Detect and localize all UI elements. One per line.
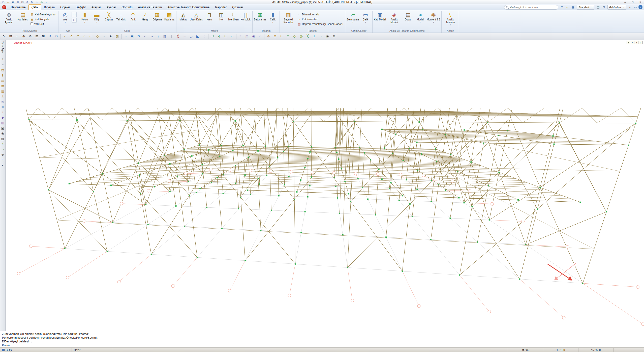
fillet-tool[interactable]: ◡ (188, 33, 194, 39)
close-button[interactable]: × (636, 0, 644, 4)
view-button-v[interactable]: V (639, 41, 642, 44)
display-settings-tool[interactable]: ⊛ (331, 33, 337, 39)
scale-tool[interactable]: ↘ (148, 33, 155, 39)
cizim-betonarme-button[interactable]: ▱Betonarme (346, 11, 359, 29)
kat-kuvvetleri-button[interactable]: →Kat Kuvvetleri (297, 17, 344, 21)
view-button-n[interactable]: N (631, 41, 634, 44)
pan-tool[interactable]: + (14, 33, 20, 39)
makas-button[interactable]: ◭Makas (177, 11, 189, 29)
view-button-y[interactable]: Y (627, 41, 630, 44)
ribbon-minimize-button[interactable]: ▴ (627, 5, 632, 10)
visibility-tool[interactable]: ◉ (324, 33, 331, 39)
view-button-i[interactable]: I (635, 41, 638, 44)
viewport[interactable]: Analiz Modeli YNIV (6, 40, 644, 331)
select-tool[interactable]: ↖ (1, 33, 7, 39)
minimize-button[interactable]: – (621, 0, 629, 4)
layers-tool[interactable]: ≡ (237, 33, 244, 39)
modal-button[interactable]: ≈Modal (414, 11, 426, 29)
zoom-window-tool[interactable]: ⊞ (34, 33, 40, 39)
group-tool[interactable]: ◉ (250, 33, 257, 39)
material-tool[interactable]: ◆ (0, 115, 5, 120)
search-input[interactable] (510, 6, 556, 9)
tasarim-celik-button[interactable]: ▮Çelik (267, 11, 279, 29)
measure-tool[interactable]: ∡ (216, 33, 222, 39)
layer-tool[interactable]: ▧ (0, 136, 5, 142)
axis-tool[interactable]: ◎ (0, 99, 5, 104)
chamfer-tool[interactable]: ◣ (194, 33, 201, 39)
yari-rijit-checkbox[interactable]: Yarı Rijit (29, 22, 57, 26)
model-wireframe[interactable] (6, 40, 644, 331)
view-select[interactable]: Görünüm (607, 5, 626, 10)
moment-33-button[interactable]: ◉Moment 3-3 (426, 11, 441, 29)
storey-tool[interactable]: ▤ (0, 67, 5, 73)
rotate-tool[interactable]: ↻ (135, 33, 142, 39)
wall-tool[interactable]: ▥ (0, 89, 5, 94)
beam-tool[interactable]: ▬ (0, 78, 5, 83)
duvar-button[interactable]: ▤Duvar (402, 11, 414, 29)
column-tool[interactable]: ▮ (0, 73, 5, 78)
extend-tool[interactable]: → (181, 33, 188, 39)
maximize-button[interactable]: □ (629, 0, 636, 4)
polygon-tool[interactable]: ◇ (94, 33, 101, 39)
kati-model-button[interactable]: ▣Katı Model (373, 11, 386, 29)
redraw-tool[interactable]: ↻ (53, 33, 60, 39)
refresh-button[interactable]: ◎ (39, 0, 44, 4)
polyline-tool[interactable]: ∠ (68, 33, 75, 39)
text-tool[interactable]: A (107, 33, 114, 39)
osnap-intersection-tool[interactable]: ╳ (304, 33, 311, 39)
grid-tool[interactable]: ⊟ (272, 33, 278, 39)
kiris-button[interactable]: ▬Kiriş (91, 11, 103, 29)
analysis-tool[interactable]: ϟ (0, 157, 5, 163)
zoom-display[interactable]: % 2500 (578, 348, 614, 352)
display-tool[interactable]: ◐ (0, 163, 5, 168)
workspace-select[interactable]: Standart (577, 5, 595, 10)
library-tool[interactable]: ▣ (0, 126, 5, 131)
help-qat-button[interactable]: ? (44, 0, 49, 4)
osnap-perpendicular-tool[interactable]: ⊥ (311, 33, 318, 39)
load-tool[interactable]: ↓ (0, 110, 5, 115)
trim-tool[interactable]: ╳ (175, 33, 181, 39)
gergi-button[interactable]: ∕Gergi (139, 11, 151, 29)
analiz-modeli-button[interactable]: ◈Analiz Modeli (386, 11, 402, 29)
select-window-tool[interactable]: ⊡ (7, 33, 14, 39)
view-tool[interactable]: ◉ (0, 131, 5, 136)
tab-analiz-ve-tasarım-görüntüleme[interactable]: Analiz ve Tasarım Görüntüleme (165, 4, 212, 10)
redo-button[interactable]: ↻ (30, 0, 34, 4)
secmeli-raporlar-button[interactable]: ▥Seçmeli Raporlar (281, 11, 296, 29)
tab-araçlar[interactable]: Araçlar (88, 4, 104, 10)
deprem-raporu-button[interactable]: ▤Deprem Yönetmeliği Genel Raporu (297, 22, 344, 26)
aks-arc-button[interactable]: ◠ (72, 12, 77, 17)
tab-ayarlar[interactable]: Ayarlar (104, 4, 119, 10)
tab-görüntü[interactable]: Görüntü (119, 4, 135, 10)
fullscreen-button[interactable]: ⊡ (601, 5, 606, 10)
kat-listesi-button[interactable]: ▤Kat listesi (17, 11, 29, 29)
scale-display[interactable]: 1 : 100 (543, 348, 578, 352)
analiz-ayarlari-button[interactable]: ⊛Analiz Ayarları (1, 11, 17, 29)
tab-çizimler[interactable]: Çizimler (229, 4, 246, 10)
stretch-tool[interactable]: ↕ (155, 33, 162, 39)
ungroup-tool[interactable]: ◌ (257, 33, 263, 39)
tab-çelik[interactable]: Çelik (28, 4, 41, 10)
osnap-tangent-tool[interactable]: ◔ (318, 33, 324, 39)
tab-birleşim[interactable]: Birleşim (41, 4, 57, 10)
undo-button[interactable]: ↺ (25, 0, 29, 4)
osnap-endpoint-tool[interactable]: □ (285, 33, 291, 39)
layout-button[interactable]: ◫ (596, 5, 601, 10)
kaplama-button[interactable]: ▩Kaplama (163, 11, 175, 29)
settings-tool[interactable]: ⊛ (0, 152, 5, 157)
offset-tool[interactable]: ∥ (168, 33, 175, 39)
point-tool[interactable]: • (101, 33, 107, 39)
copy-tool[interactable]: ▣ (129, 33, 135, 39)
window-new-button[interactable]: ⊞ (560, 5, 565, 10)
save-model-button[interactable]: ▣ (571, 5, 576, 10)
mirror-tool[interactable]: ◐ (142, 33, 148, 39)
help-button[interactable]: ? (638, 5, 642, 9)
snap-tool[interactable]: ⊙ (265, 33, 272, 39)
tasarim-betonarme-button[interactable]: ▦Betonarme (253, 11, 267, 29)
tab-analiz-ve-tasarım[interactable]: Analiz ve Tasarım (135, 4, 165, 10)
kolon-button[interactable]: ▮Kolon (79, 11, 91, 29)
aks-button[interactable]: ◎Aks (59, 11, 71, 29)
foundation-tool[interactable]: ⊥ (0, 94, 5, 99)
zoom-out-tool[interactable]: ⊖ (27, 33, 34, 39)
arc-tool[interactable]: ◠ (75, 33, 81, 39)
